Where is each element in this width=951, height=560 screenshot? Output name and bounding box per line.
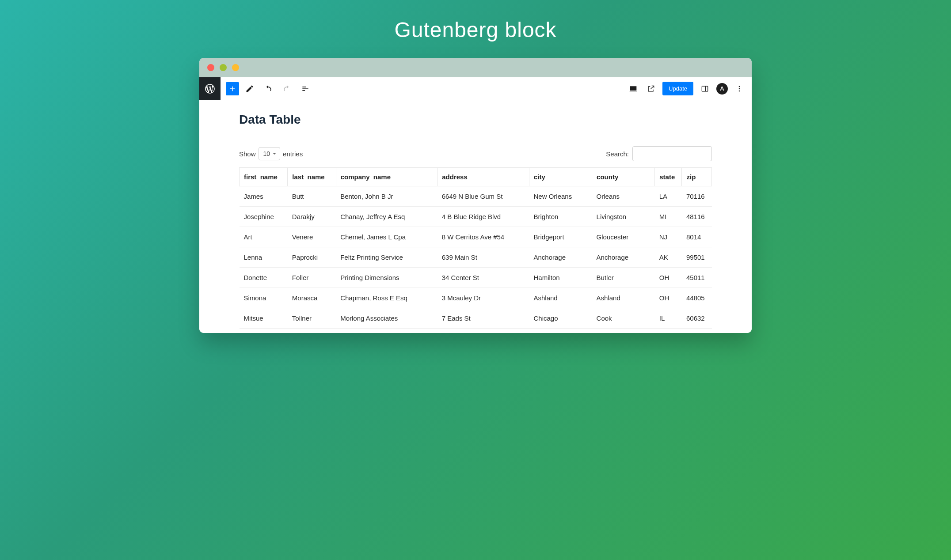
table-row: JamesButtBenton, John B Jr6649 N Blue Gu… xyxy=(240,186,712,207)
view-button[interactable] xyxy=(625,81,641,97)
cell-zip: 8014 xyxy=(682,227,712,247)
editor-toolbar: Update A xyxy=(199,77,752,100)
cell-state: NJ xyxy=(655,227,682,247)
cell-address: 639 Main St xyxy=(437,247,529,268)
cell-zip: 70116 xyxy=(682,186,712,207)
window-titlebar xyxy=(199,58,752,77)
cell-company_name: Printing Dimensions xyxy=(336,268,437,288)
cell-last_name: Venere xyxy=(288,227,336,247)
cell-address: 3 Mcauley Dr xyxy=(437,288,529,308)
cell-address: 6649 N Blue Gum St xyxy=(437,186,529,207)
cell-company_name: Chemel, James L Cpa xyxy=(336,227,437,247)
options-button[interactable] xyxy=(731,81,747,97)
col-company-name[interactable]: company_name xyxy=(336,168,437,186)
cell-state: OH xyxy=(655,268,682,288)
table-row: JosephineDarakjyChanay, Jeffrey A Esq4 B… xyxy=(240,207,712,227)
cell-zip: 44805 xyxy=(682,288,712,308)
cell-city: Chicago xyxy=(529,308,592,329)
table-row: MitsueTollnerMorlong Associates7 Eads St… xyxy=(240,308,712,329)
external-link-icon xyxy=(647,84,655,93)
cell-state: LA xyxy=(655,186,682,207)
table-controls: Show 10 entries Search: xyxy=(239,146,712,161)
cell-first_name: Donette xyxy=(240,268,288,288)
cell-first_name: Mitsue xyxy=(240,308,288,329)
cell-city: Hamilton xyxy=(529,268,592,288)
undo-button[interactable] xyxy=(260,81,276,97)
redo-icon xyxy=(282,84,291,93)
table-row: LennaPaprockiFeltz Printing Service639 M… xyxy=(240,247,712,268)
cell-address: 34 Center St xyxy=(437,268,529,288)
cell-company_name: Morlong Associates xyxy=(336,308,437,329)
table-row: DonetteFollerPrinting Dimensions34 Cente… xyxy=(240,268,712,288)
data-table: first_name last_name company_name addres… xyxy=(239,167,712,329)
col-zip[interactable]: zip xyxy=(682,168,712,186)
cell-county: Ashland xyxy=(592,288,655,308)
cell-company_name: Benton, John B Jr xyxy=(336,186,437,207)
cell-last_name: Darakjy xyxy=(288,207,336,227)
document-overview-button[interactable] xyxy=(297,81,313,97)
slide-title: Gutenberg block xyxy=(0,18,951,42)
col-county[interactable]: county xyxy=(592,168,655,186)
avatar-initial: A xyxy=(720,85,724,92)
cell-city: New Orleans xyxy=(529,186,592,207)
cell-address: 7 Eads St xyxy=(437,308,529,329)
redo-button xyxy=(279,81,295,97)
col-last-name[interactable]: last_name xyxy=(288,168,336,186)
col-address[interactable]: address xyxy=(437,168,529,186)
cell-county: Anchorage xyxy=(592,247,655,268)
col-city[interactable]: city xyxy=(529,168,592,186)
laptop-icon xyxy=(629,84,638,93)
svg-point-2 xyxy=(739,86,740,87)
plus-icon xyxy=(228,85,236,93)
cell-state: OH xyxy=(655,288,682,308)
cell-county: Orleans xyxy=(592,186,655,207)
preview-button[interactable] xyxy=(643,81,659,97)
block-heading: Data Table xyxy=(239,113,712,127)
wordpress-logo[interactable] xyxy=(199,77,221,100)
table-row: ArtVenereChemel, James L Cpa8 W Cerritos… xyxy=(240,227,712,247)
cell-county: Cook xyxy=(592,308,655,329)
cell-city: Brighton xyxy=(529,207,592,227)
col-first-name[interactable]: first_name xyxy=(240,168,288,186)
cell-city: Ashland xyxy=(529,288,592,308)
add-block-button[interactable] xyxy=(226,82,239,95)
entries-value: 10 xyxy=(263,150,270,157)
window-max-dot[interactable] xyxy=(232,64,239,71)
entries-label: entries xyxy=(283,150,303,158)
cell-zip: 45011 xyxy=(682,268,712,288)
cell-last_name: Tollner xyxy=(288,308,336,329)
search-label: Search: xyxy=(606,150,629,158)
cell-state: AK xyxy=(655,247,682,268)
search-input[interactable] xyxy=(632,146,712,161)
settings-sidebar-button[interactable] xyxy=(697,81,713,97)
browser-window: Update A Data Table Show 10 entries S xyxy=(199,58,752,333)
svg-rect-0 xyxy=(702,86,708,91)
show-label: Show xyxy=(239,150,256,158)
avatar[interactable]: A xyxy=(716,83,728,95)
table-row: SimonaMorascaChapman, Ross E Esq3 Mcaule… xyxy=(240,288,712,308)
cell-zip: 48116 xyxy=(682,207,712,227)
table-header-row: first_name last_name company_name addres… xyxy=(240,168,712,186)
cell-company_name: Chapman, Ross E Esq xyxy=(336,288,437,308)
cell-state: IL xyxy=(655,308,682,329)
window-close-dot[interactable] xyxy=(207,64,214,71)
cell-county: Gloucester xyxy=(592,227,655,247)
cell-last_name: Paprocki xyxy=(288,247,336,268)
cell-address: 4 B Blue Ridge Blvd xyxy=(437,207,529,227)
update-button[interactable]: Update xyxy=(662,82,693,95)
list-icon xyxy=(301,84,310,93)
entries-select[interactable]: 10 xyxy=(259,147,281,160)
cell-last_name: Morasca xyxy=(288,288,336,308)
undo-icon xyxy=(264,84,273,93)
cell-address: 8 W Cerritos Ave #54 xyxy=(437,227,529,247)
cell-first_name: Simona xyxy=(240,288,288,308)
cell-company_name: Chanay, Jeffrey A Esq xyxy=(336,207,437,227)
edit-mode-button[interactable] xyxy=(242,81,258,97)
window-min-dot[interactable] xyxy=(220,64,227,71)
cell-zip: 60632 xyxy=(682,308,712,329)
svg-point-3 xyxy=(739,88,740,89)
cell-state: MI xyxy=(655,207,682,227)
wordpress-icon xyxy=(204,83,216,95)
col-state[interactable]: state xyxy=(655,168,682,186)
cell-first_name: Josephine xyxy=(240,207,288,227)
